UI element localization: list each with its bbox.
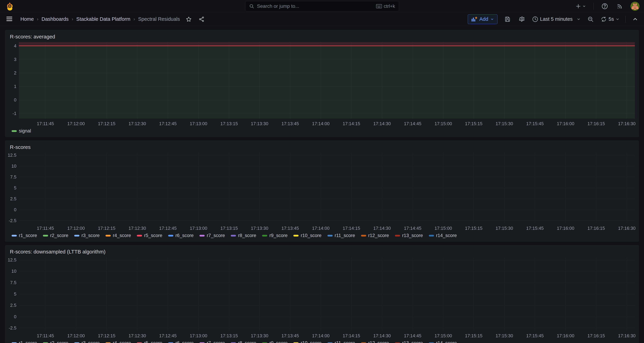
legend-item[interactable]: r12_score bbox=[361, 340, 389, 343]
collapse-toolbar-button[interactable] bbox=[632, 16, 639, 23]
search-input[interactable]: Search or jump to... ctrl+k bbox=[245, 1, 399, 12]
x-axis-tick: 17:16:00 bbox=[557, 121, 574, 126]
legend-series-label: r13_score bbox=[402, 340, 423, 343]
legend-item[interactable]: r6_score bbox=[168, 340, 194, 343]
breadcrumb-item[interactable]: Dashboards bbox=[42, 16, 68, 22]
legend-series-color bbox=[293, 342, 298, 343]
share-icon bbox=[198, 16, 204, 22]
add-panel-button[interactable]: Add bbox=[468, 14, 498, 24]
legend-item[interactable]: r11_score bbox=[328, 340, 355, 343]
legend: signal bbox=[5, 127, 639, 137]
legend-item[interactable]: r5_score bbox=[137, 233, 162, 238]
legend-series-label: r6_score bbox=[176, 340, 194, 343]
legend-item[interactable]: r2_score bbox=[43, 233, 68, 238]
legend-item[interactable]: r10_score bbox=[293, 340, 322, 343]
legend-item[interactable]: r2_score bbox=[43, 340, 68, 343]
legend-series-label: r9_score bbox=[269, 340, 288, 343]
x-axis-tick: 17:12:00 bbox=[67, 121, 85, 126]
x-axis-tick: 17:12:45 bbox=[159, 121, 176, 126]
legend-series-color bbox=[12, 342, 17, 343]
legend-series-label: r5_score bbox=[144, 340, 162, 343]
legend-item[interactable]: r12_score bbox=[361, 233, 389, 238]
legend-item[interactable]: r8_score bbox=[231, 233, 256, 238]
x-axis-tick: 17:14:00 bbox=[312, 226, 330, 231]
breadcrumb-item[interactable]: Stackable Data Platform bbox=[76, 16, 130, 22]
breadcrumb-item: Spectral Residuals bbox=[138, 16, 180, 22]
chart-canvas[interactable] bbox=[7, 151, 636, 232]
refresh-picker[interactable]: 5s bbox=[600, 16, 620, 22]
panel-title[interactable]: R-scores: averaged bbox=[5, 30, 639, 40]
panel-title[interactable]: R-scores bbox=[5, 141, 639, 151]
legend-item[interactable]: r6_score bbox=[168, 233, 194, 238]
grafana-logo[interactable] bbox=[5, 2, 14, 11]
legend-item[interactable]: r4_score bbox=[106, 340, 131, 343]
chart-canvas[interactable] bbox=[7, 41, 636, 127]
breadcrumb-item[interactable]: Home bbox=[20, 16, 34, 22]
legend-item[interactable]: r13_score bbox=[395, 340, 423, 343]
time-range-picker[interactable]: Last 5 minutes bbox=[532, 16, 581, 22]
x-axis-tick: 17:12:30 bbox=[128, 333, 146, 338]
legend-item[interactable]: r7_score bbox=[200, 233, 225, 238]
x-axis-tick: 17:14:30 bbox=[373, 121, 391, 126]
legend-series-color bbox=[361, 235, 366, 236]
legend-item[interactable]: r8_score bbox=[231, 340, 256, 343]
x-axis-tick: 17:14:45 bbox=[404, 121, 422, 126]
legend-series-label: r10_score bbox=[301, 340, 322, 343]
legend-series-color bbox=[106, 342, 111, 343]
panel-title[interactable]: R-scores: downsampled (LTTB algorithm) bbox=[5, 245, 639, 255]
chart-canvas[interactable] bbox=[7, 256, 636, 339]
x-axis-tick: 17:11:45 bbox=[37, 333, 54, 338]
user-avatar[interactable] bbox=[630, 2, 640, 11]
help-icon bbox=[602, 3, 608, 10]
new-menu-button[interactable] bbox=[574, 3, 587, 10]
y-axis-tick: -2.5 bbox=[7, 325, 16, 331]
dashboard-canvas: R-scores: averaged 43210-117:11:4517:12:… bbox=[0, 26, 644, 343]
y-axis-tick: 0 bbox=[7, 97, 16, 103]
help-button[interactable] bbox=[600, 2, 609, 11]
news-button[interactable] bbox=[616, 2, 624, 11]
legend-item[interactable]: r1_score bbox=[12, 233, 37, 238]
x-axis-tick: 17:16:30 bbox=[618, 333, 636, 338]
legend-series-label: r6_score bbox=[176, 233, 194, 238]
legend-item[interactable]: r11_score bbox=[328, 233, 355, 238]
share-button[interactable] bbox=[198, 15, 206, 23]
save-dashboard-button[interactable] bbox=[503, 15, 512, 23]
x-axis-tick: 17:12:00 bbox=[67, 226, 85, 231]
legend-item[interactable]: r13_score bbox=[395, 233, 423, 238]
legend-series-label: r11_score bbox=[335, 340, 355, 343]
time-range-label: Last 5 minutes bbox=[540, 16, 573, 22]
legend-item[interactable]: signal bbox=[12, 128, 31, 134]
legend-item[interactable]: r4_score bbox=[106, 233, 131, 238]
x-axis-tick: 17:14:45 bbox=[404, 333, 422, 338]
legend-item[interactable]: r9_score bbox=[262, 340, 288, 343]
dashboard-settings-button[interactable] bbox=[518, 15, 526, 24]
legend-series-color bbox=[200, 235, 205, 236]
legend-item[interactable]: r3_score bbox=[74, 340, 100, 343]
legend-series-label: r1_score bbox=[19, 233, 37, 238]
legend-item[interactable]: r10_score bbox=[293, 233, 322, 238]
legend-series-label: r2_score bbox=[50, 340, 68, 343]
legend-series-color bbox=[137, 342, 142, 343]
favorite-button[interactable] bbox=[185, 15, 193, 23]
refresh-icon bbox=[600, 16, 607, 22]
legend-item[interactable]: r5_score bbox=[137, 340, 162, 343]
legend-series-color bbox=[328, 342, 333, 343]
legend-item[interactable]: r9_score bbox=[262, 233, 288, 238]
zoom-out-time-button[interactable] bbox=[586, 15, 595, 23]
breadcrumb: Home›Dashboards›Stackable Data Platform›… bbox=[20, 16, 180, 22]
x-axis-tick: 17:14:30 bbox=[373, 333, 391, 338]
x-axis-tick: 17:12:30 bbox=[128, 226, 146, 231]
mega-menu-button[interactable] bbox=[5, 15, 14, 23]
x-axis-tick: 17:12:15 bbox=[98, 226, 116, 231]
legend-item[interactable]: r14_score bbox=[429, 340, 457, 343]
legend-item[interactable]: r7_score bbox=[200, 340, 225, 343]
legend-series-color bbox=[12, 130, 17, 132]
legend-item[interactable]: r1_score bbox=[12, 340, 37, 343]
y-axis-tick: 12.5 bbox=[7, 257, 16, 263]
legend-series-color bbox=[43, 235, 48, 236]
legend-item[interactable]: r3_score bbox=[74, 233, 100, 238]
news-icon bbox=[617, 3, 623, 9]
legend-item[interactable]: r14_score bbox=[429, 233, 457, 238]
x-axis-tick: 17:15:00 bbox=[434, 121, 452, 126]
x-axis-tick: 17:12:15 bbox=[98, 121, 116, 126]
